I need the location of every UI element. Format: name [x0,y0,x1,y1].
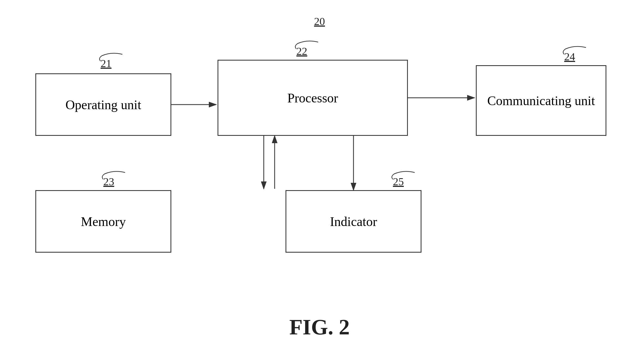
operating-unit-label: Operating unit [66,97,141,112]
memory-label: Memory [81,214,126,229]
ref-num-25: 25 [393,175,404,188]
figure-caption: FIG. 2 [289,315,350,340]
arrows-svg [0,0,639,364]
ref-num-21: 21 [101,57,111,70]
processor-label: Processor [287,90,338,105]
communicating-unit-box: Communicating unit [476,65,606,136]
communicating-unit-label: Communicating unit [487,93,595,108]
operating-unit-box: Operating unit [35,73,171,136]
ref-num-23: 23 [103,175,114,188]
ref-num-24: 24 [564,50,575,63]
ref-num-20: 20 [314,15,325,28]
ref-num-22: 22 [296,45,307,58]
processor-box: Processor [218,60,408,136]
memory-box: Memory [35,190,171,253]
indicator-label: Indicator [330,214,377,229]
diagram-container: 20 Operating unit 21 Processor 22 Commun… [0,0,639,364]
indicator-box: Indicator [286,190,421,253]
